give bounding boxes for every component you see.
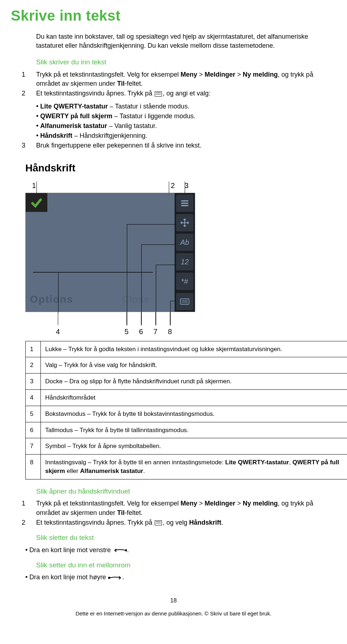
callout-label: 4 [56,327,60,337]
swipe-right-icon [108,576,122,580]
legend-table: 1Lukke – Trykk for å godta teksten i inn… [25,341,347,479]
page-title: Skrive inn tekst [11,5,336,26]
callout-label: 2 [168,180,178,191]
move-icon[interactable] [176,214,193,231]
callout-label: 3 [181,180,192,191]
footer-notice: Dette er en Internett-versjon av denne p… [11,610,336,617]
step-text: Bruk fingertuppene eller pekepennen til … [36,141,336,150]
step-text: Et tekstinntastingsvindu åpnes. Trykk på… [36,518,336,527]
symbol-button[interactable]: *# [176,273,193,290]
subheading-space: Slik setter du inn et mellomrom [36,560,336,570]
subheading-open-handwriting: Slik åpner du håndskriftvinduet [36,487,336,496]
intro-paragraph: Du kan taste inn bokstaver, tall og spes… [11,32,336,50]
svg-point-4 [125,549,127,551]
swipe-left-icon [112,548,127,553]
number-mode-button[interactable]: 12 [176,253,193,270]
space-instruction: Dra en kort linje mot høyre . [25,573,336,582]
subheading-delete: Slik sletter du tekst [36,533,336,543]
section-heading: Håndskrift [25,161,336,175]
callout-label: 5 [124,327,128,337]
menu-icon[interactable] [176,195,193,212]
step-number: 3 [22,141,36,150]
step-number: 1 [22,70,36,88]
callout-label: 8 [168,327,172,337]
close-label: Close [122,292,149,306]
subheading-instructions: Slik skriver du inn tekst [36,57,336,67]
accept-button[interactable] [26,193,47,212]
letter-mode-button[interactable]: Ab [176,234,193,251]
step-number: 2 [22,518,36,527]
callout-label: 6 [139,327,143,337]
keyboard-icon[interactable] [176,293,193,310]
callout-label: 1 [29,180,39,191]
step-number: 1 [22,499,36,517]
step-text: Trykk på et tekstinntastingsfelt. Velg f… [36,499,336,517]
options-label: Options [30,292,73,306]
keyboard-icon [155,91,162,97]
keyboard-icon [155,520,162,525]
bullet-list: Lite QWERTY-tastatur – Tastatur i ståend… [11,102,336,141]
step-text: Trykk på et tekstinntastingsfelt. Velg f… [36,70,336,88]
delete-instruction: Dra en kort linje mot venstre . [25,546,336,555]
page-number: 18 [11,597,336,605]
step-number: 2 [22,89,36,98]
step-text: Et tekstinntastingsvindu åpnes. Trykk på… [36,89,336,98]
handwriting-figure: 1 2 3 Options Close [25,180,195,334]
callout-label: 7 [153,327,157,337]
handwriting-area[interactable] [33,272,153,273]
